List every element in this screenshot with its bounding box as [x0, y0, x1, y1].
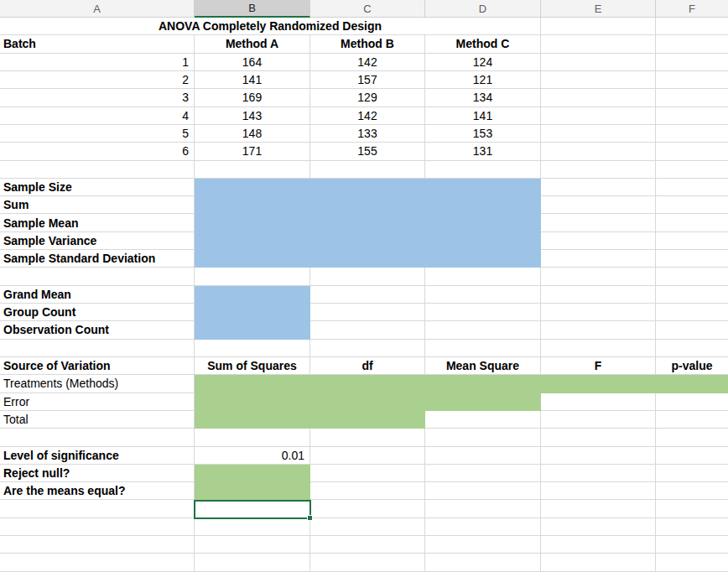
- cell-E9[interactable]: [541, 161, 656, 179]
- cell-D4[interactable]: 121: [425, 71, 541, 89]
- cell-B2[interactable]: Method A: [195, 35, 310, 53]
- cell-A7[interactable]: 5: [0, 125, 195, 143]
- cell-B7[interactable]: 148: [195, 125, 310, 143]
- cell-C30[interactable]: [310, 536, 425, 554]
- cell-E16[interactable]: [541, 286, 656, 304]
- cell-E30[interactable]: [541, 536, 656, 554]
- cell-E27[interactable]: [541, 482, 656, 500]
- cell-B3[interactable]: 164: [195, 54, 310, 71]
- cell-C27[interactable]: [310, 482, 425, 500]
- cell-D24[interactable]: [425, 429, 541, 446]
- cell-F23[interactable]: [656, 411, 728, 429]
- cell-E1[interactable]: [541, 18, 656, 35]
- cell-D18[interactable]: [425, 321, 541, 339]
- cell-F27[interactable]: [656, 482, 728, 500]
- cell-A3[interactable]: 1: [0, 54, 195, 71]
- cell-B4[interactable]: 141: [195, 71, 310, 89]
- cell-A2[interactable]: Batch: [0, 35, 195, 53]
- cell-F15[interactable]: [656, 268, 728, 285]
- cell-A13[interactable]: Sample Variance: [0, 232, 195, 250]
- anova-total-input-range[interactable]: [195, 411, 425, 429]
- cell-C24[interactable]: [310, 429, 425, 446]
- cell-B29[interactable]: [195, 518, 310, 536]
- cell-D28[interactable]: [425, 500, 541, 517]
- cell-A10[interactable]: Sample Size: [0, 179, 195, 196]
- cell-C4[interactable]: 157: [310, 71, 425, 89]
- cell-C5[interactable]: 129: [310, 89, 425, 107]
- cell-B30[interactable]: [195, 536, 310, 554]
- cell-F20[interactable]: p-value: [656, 357, 728, 375]
- cell-A20[interactable]: Source of Variation: [0, 357, 195, 375]
- cell-D6[interactable]: 141: [425, 107, 541, 125]
- cell-C20[interactable]: df: [310, 357, 425, 375]
- cell-F28[interactable]: [656, 500, 728, 517]
- cell-C7[interactable]: 133: [310, 125, 425, 143]
- cell-E17[interactable]: [541, 304, 656, 321]
- cell-A11[interactable]: Sum: [0, 196, 195, 214]
- cell-A28[interactable]: [0, 500, 195, 517]
- cell-A8[interactable]: 6: [0, 143, 195, 160]
- cell-E4[interactable]: [541, 71, 656, 89]
- column-header-D[interactable]: D: [425, 0, 541, 18]
- cell-B24[interactable]: [195, 429, 310, 446]
- cell-F14[interactable]: [656, 250, 728, 268]
- cell-D27[interactable]: [425, 482, 541, 500]
- cell-C28[interactable]: [310, 500, 425, 517]
- cell-A25[interactable]: Level of significance: [0, 447, 195, 465]
- cell-F3[interactable]: [656, 54, 728, 71]
- cell-E10[interactable]: [541, 179, 656, 196]
- cell-E12[interactable]: [541, 214, 656, 231]
- cell-A18[interactable]: Observation Count: [0, 321, 195, 339]
- cell-E6[interactable]: [541, 107, 656, 125]
- column-header-E[interactable]: E: [541, 0, 656, 18]
- cell-E11[interactable]: [541, 196, 656, 214]
- cell-D23[interactable]: [425, 411, 541, 429]
- cell-A26[interactable]: Reject null?: [0, 465, 195, 482]
- cell-F8[interactable]: [656, 143, 728, 160]
- cell-A14[interactable]: Sample Standard Deviation: [0, 250, 195, 268]
- cell-A31[interactable]: [0, 554, 195, 571]
- cell-E31[interactable]: [541, 554, 656, 571]
- cell-F7[interactable]: [656, 125, 728, 143]
- cell-E13[interactable]: [541, 232, 656, 250]
- fill-handle-icon[interactable]: [307, 515, 313, 521]
- cell-E25[interactable]: [541, 447, 656, 465]
- cell-D3[interactable]: 124: [425, 54, 541, 71]
- cell-A21[interactable]: Treatments (Methods): [0, 375, 195, 393]
- cell-F11[interactable]: [656, 196, 728, 214]
- cell-A22[interactable]: Error: [0, 393, 195, 411]
- cell-B9[interactable]: [195, 161, 310, 179]
- cell-E7[interactable]: [541, 125, 656, 143]
- cell-C16[interactable]: [310, 286, 425, 304]
- cell-D9[interactable]: [425, 161, 541, 179]
- selected-cell[interactable]: [194, 500, 311, 519]
- cell-A29[interactable]: [0, 518, 195, 536]
- stats-input-range[interactable]: [195, 179, 541, 268]
- cell-F26[interactable]: [656, 465, 728, 482]
- cell-C31[interactable]: [310, 554, 425, 571]
- cell-F10[interactable]: [656, 179, 728, 196]
- cell-A27[interactable]: Are the means equal?: [0, 482, 195, 500]
- questions-input-range[interactable]: [195, 465, 310, 501]
- column-header-B[interactable]: B: [195, 0, 310, 18]
- cell-E23[interactable]: [541, 411, 656, 429]
- cell-F1[interactable]: [656, 18, 728, 35]
- cell-B8[interactable]: 171: [195, 143, 310, 160]
- cell-F13[interactable]: [656, 232, 728, 250]
- cell-F16[interactable]: [656, 286, 728, 304]
- cell-C25[interactable]: [310, 447, 425, 465]
- cell-C15[interactable]: [310, 268, 425, 285]
- cell-A24[interactable]: [0, 429, 195, 446]
- cell-D16[interactable]: [425, 286, 541, 304]
- cell-D5[interactable]: 134: [425, 89, 541, 107]
- cell-F12[interactable]: [656, 214, 728, 231]
- cell-E18[interactable]: [541, 321, 656, 339]
- cell-D25[interactable]: [425, 447, 541, 465]
- cell-F6[interactable]: [656, 107, 728, 125]
- cell-E22[interactable]: [541, 393, 656, 411]
- cell-F5[interactable]: [656, 89, 728, 107]
- cell-C3[interactable]: 142: [310, 54, 425, 71]
- cell-D17[interactable]: [425, 304, 541, 321]
- cell-B20[interactable]: Sum of Squares: [195, 357, 310, 375]
- column-header-F[interactable]: F: [656, 0, 728, 18]
